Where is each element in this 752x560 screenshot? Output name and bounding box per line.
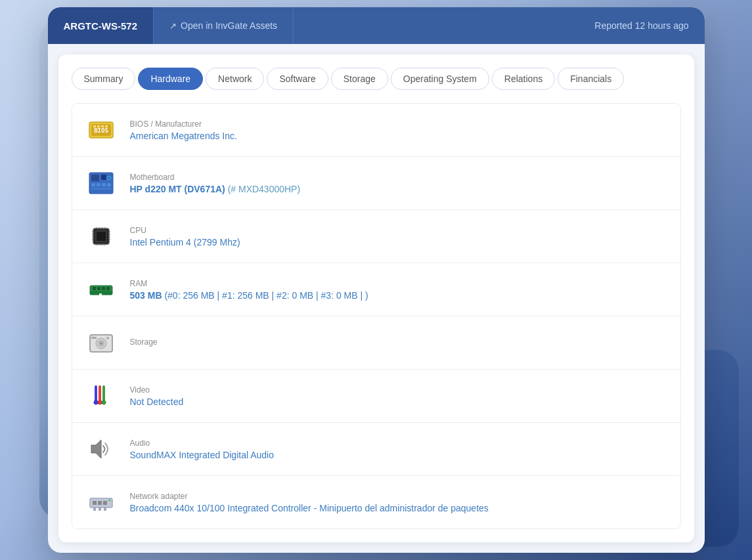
svg-point-48	[100, 343, 102, 345]
svg-rect-11	[97, 183, 100, 186]
svg-rect-9	[101, 175, 106, 180]
ram-info: RAM 503 MB (#0: 256 MB | #1: 256 MB | #2…	[130, 279, 667, 301]
svg-marker-57	[91, 440, 101, 458]
ram-icon	[85, 274, 117, 305]
bios-item: BIOS BIOS / Manufacturer American Megatr…	[72, 104, 680, 157]
svg-rect-20	[97, 232, 106, 241]
tab-operating-system[interactable]: Operating System	[391, 68, 489, 90]
video-info: Video Not Detected	[130, 385, 667, 407]
cpu-label: CPU	[130, 226, 667, 235]
bios-info: BIOS / Manufacturer American Megatrends …	[130, 119, 667, 141]
external-link-icon: ↗	[169, 21, 177, 31]
ram-value: 503 MB (#0: 256 MB | #1: 256 MB | #2: 0 …	[130, 290, 667, 301]
svg-rect-65	[104, 507, 106, 511]
svg-rect-12	[102, 183, 106, 186]
svg-rect-5	[101, 125, 104, 127]
motherboard-info: Motherboard HP d220 MT (DV671A) (# MXD43…	[130, 173, 667, 194]
svg-point-17	[108, 177, 110, 179]
storage-label: Storage	[130, 337, 667, 347]
svg-rect-60	[98, 501, 102, 505]
audio-icon	[85, 433, 117, 465]
svg-rect-39	[93, 287, 96, 290]
svg-rect-64	[99, 507, 101, 511]
tab-summary[interactable]: Summary	[72, 68, 136, 90]
header-bar: ARGTC-WS-572 ↗ Open in InvGate Assets Re…	[48, 7, 705, 44]
svg-text:BIOS: BIOS	[94, 127, 108, 134]
audio-item: Audio SoundMAX Integrated Digital Audio	[72, 423, 680, 476]
network-adapter-label: Network adapter	[130, 492, 667, 501]
motherboard-icon	[85, 167, 117, 199]
svg-rect-61	[103, 501, 107, 505]
svg-rect-50	[91, 337, 97, 339]
tab-financials[interactable]: Financials	[558, 68, 624, 90]
svg-point-49	[106, 337, 109, 339]
tab-relations[interactable]: Relations	[492, 68, 555, 90]
svg-point-55	[98, 400, 102, 404]
svg-rect-13	[107, 183, 111, 186]
tab-storage[interactable]: Storage	[331, 68, 388, 90]
reported-time: Reported 12 hours ago	[579, 20, 704, 31]
svg-rect-59	[93, 501, 97, 505]
network-adapter-value: Broadcom 440x 10/100 Integrated Controll…	[130, 503, 667, 513]
motherboard-item: Motherboard HP d220 MT (DV671A) (# MXD43…	[72, 157, 680, 210]
svg-rect-42	[106, 287, 110, 290]
video-value: Not Detected	[130, 397, 667, 407]
ram-item: RAM 503 MB (#0: 256 MB | #1: 256 MB | #2…	[72, 263, 680, 316]
audio-value: SoundMAX Integrated Digital Audio	[130, 450, 667, 460]
hardware-list: BIOS BIOS / Manufacturer American Megatr…	[72, 103, 681, 529]
storage-icon	[85, 327, 117, 358]
ram-label: RAM	[130, 279, 667, 288]
svg-rect-6	[105, 125, 108, 127]
svg-rect-53	[95, 385, 97, 401]
main-window: ARGTC-WS-572 ↗ Open in InvGate Assets Re…	[48, 7, 705, 553]
svg-rect-52	[102, 385, 105, 401]
tab-network[interactable]: Network	[206, 68, 264, 90]
tab-hardware[interactable]: Hardware	[138, 68, 203, 90]
svg-rect-63	[93, 507, 96, 511]
svg-rect-8	[91, 175, 99, 181]
svg-rect-10	[91, 183, 95, 186]
svg-rect-43	[99, 293, 102, 295]
bios-label: BIOS / Manufacturer	[130, 119, 667, 129]
svg-point-56	[102, 400, 106, 404]
storage-info: Storage	[130, 337, 667, 349]
video-label: Video	[130, 385, 667, 395]
cpu-icon	[85, 221, 117, 252]
tab-bar: Summary Hardware Network Software Storag…	[72, 68, 681, 90]
cpu-value: Intel Pentium 4 (2799 Mhz)	[130, 237, 667, 248]
video-item: Video Not Detected	[72, 370, 680, 423]
tab-software[interactable]: Software	[267, 68, 328, 90]
bios-icon: BIOS	[85, 114, 117, 146]
cpu-item: CPU Intel Pentium 4 (2799 Mhz)	[72, 210, 680, 263]
audio-info: Audio SoundMAX Integrated Digital Audio	[130, 439, 667, 460]
network-adapter-item: Network adapter Broadcom 440x 10/100 Int…	[72, 476, 680, 528]
network-adapter-icon	[85, 486, 117, 518]
svg-rect-4	[97, 125, 100, 127]
storage-item: Storage	[72, 316, 680, 370]
svg-rect-40	[97, 287, 100, 290]
svg-point-54	[94, 400, 98, 404]
bios-value: American Megatrends Inc.	[130, 131, 667, 141]
motherboard-label: Motherboard	[130, 173, 667, 182]
svg-rect-41	[102, 287, 105, 290]
content-area: Summary Hardware Network Software Storag…	[58, 54, 694, 542]
svg-rect-3	[93, 125, 96, 127]
svg-point-62	[108, 500, 110, 502]
video-icon	[85, 380, 117, 412]
motherboard-value: HP d220 MT (DV671A) (# MXD43000HP)	[130, 184, 667, 194]
network-adapter-info: Network adapter Broadcom 440x 10/100 Int…	[130, 492, 667, 513]
svg-rect-51	[99, 385, 101, 401]
device-name: ARGTC-WS-572	[48, 7, 154, 44]
cpu-info: CPU Intel Pentium 4 (2799 Mhz)	[130, 226, 667, 248]
open-in-invgate-link[interactable]: ↗ Open in InvGate Assets	[154, 7, 294, 44]
audio-label: Audio	[130, 439, 667, 448]
